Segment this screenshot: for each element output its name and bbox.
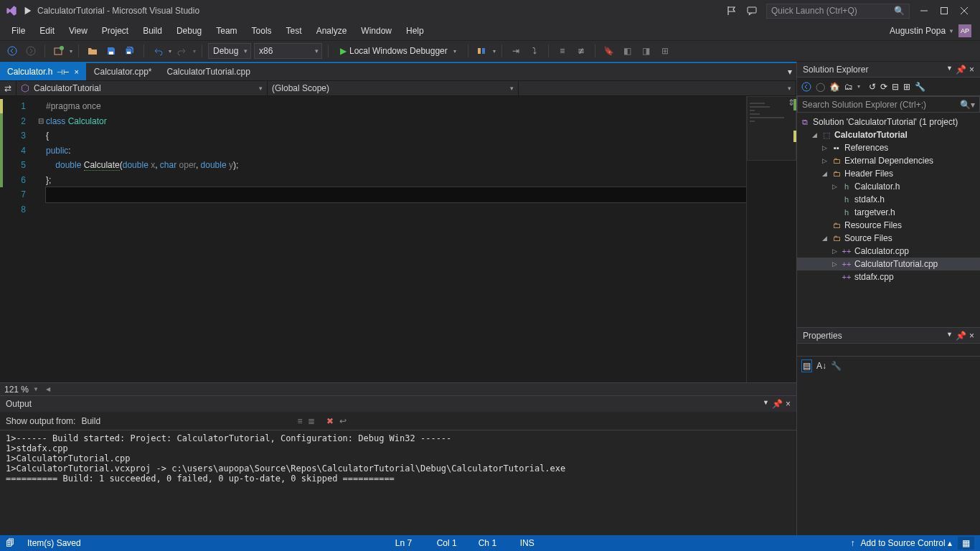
dropdown-icon[interactable]: ▼ bbox=[946, 65, 953, 75]
nav-switch-icon[interactable]: ⇄ bbox=[0, 81, 17, 95]
tree-project[interactable]: ◢ ⬚ CalculatorTutorial bbox=[797, 128, 980, 141]
menu-edit[interactable]: Edit bbox=[32, 23, 62, 39]
wrench-icon[interactable]: 🔧 bbox=[831, 361, 842, 371]
categorized-icon[interactable]: ▤ bbox=[801, 359, 812, 372]
menu-window[interactable]: Window bbox=[354, 23, 399, 39]
chevron-down-icon[interactable]: ▼ bbox=[33, 386, 39, 392]
step-into-button[interactable]: ⇥ bbox=[508, 43, 524, 59]
source-control-button[interactable]: Add to Source Control ▴ bbox=[861, 538, 952, 548]
output-tb-icon[interactable]: ≣ bbox=[308, 416, 315, 426]
properties-icon[interactable]: 🔧 bbox=[915, 82, 925, 92]
maximize-button[interactable] bbox=[934, 3, 954, 19]
dropdown-icon[interactable]: ▼ bbox=[946, 331, 953, 341]
close-icon[interactable]: × bbox=[969, 65, 974, 75]
minimap[interactable]: ⇕ bbox=[746, 96, 796, 382]
nav-project-combo[interactable]: CalculatorTutorial bbox=[17, 81, 268, 95]
chevron-right-icon[interactable]: ▷ bbox=[830, 260, 839, 268]
uncomment-button[interactable]: ≢ bbox=[573, 43, 589, 59]
dropdown-icon[interactable]: ▼ bbox=[763, 399, 769, 409]
tree-source-files[interactable]: ◢ 🗀 Source Files bbox=[797, 232, 980, 245]
nav-scope-combo[interactable]: (Global Scope) bbox=[268, 81, 519, 95]
close-button[interactable] bbox=[954, 3, 974, 19]
chevron-right-icon[interactable]: ▷ bbox=[820, 144, 829, 151]
code-editor[interactable]: 12345678 ⊟ #pragma onceclass Calculator{… bbox=[0, 96, 746, 382]
back-button[interactable] bbox=[4, 43, 20, 59]
comment-button[interactable]: ≡ bbox=[555, 43, 570, 59]
close-icon[interactable]: × bbox=[786, 399, 791, 409]
menu-build[interactable]: Build bbox=[136, 23, 169, 39]
home-icon[interactable]: 🏠 bbox=[829, 82, 840, 92]
chevron-right-icon[interactable]: ▷ bbox=[830, 183, 839, 190]
bookmark-button[interactable]: 🔖 bbox=[601, 43, 617, 59]
platform-combo[interactable]: x86 bbox=[254, 43, 322, 59]
menu-analyze[interactable]: Analyze bbox=[309, 23, 354, 39]
user-name[interactable]: Augustin Popa bbox=[890, 26, 946, 36]
pin-icon[interactable]: 📌 bbox=[956, 65, 966, 75]
user-avatar[interactable]: AP bbox=[958, 24, 971, 37]
sync-icon[interactable]: ↺ bbox=[869, 82, 876, 92]
nav-member-combo[interactable] bbox=[519, 81, 796, 95]
feedback-icon[interactable] bbox=[746, 5, 758, 17]
menu-test[interactable]: Test bbox=[279, 23, 309, 39]
forward-button[interactable] bbox=[23, 43, 39, 59]
clear-output-icon[interactable]: ✖ bbox=[326, 416, 334, 426]
scroll-left-icon[interactable]: ◀ bbox=[46, 386, 50, 392]
tab-calculator-cpp[interactable]: Calculator.cpp* bbox=[87, 63, 160, 80]
open-file-button[interactable] bbox=[85, 43, 100, 59]
tree-resource-files[interactable]: 🗀 Resource Files bbox=[797, 219, 980, 232]
chevron-down-icon[interactable]: ◢ bbox=[820, 170, 829, 177]
menu-debug[interactable]: Debug bbox=[169, 23, 209, 39]
tb-icon-3[interactable]: ⊞ bbox=[657, 43, 673, 59]
tree-external-deps[interactable]: ▷ 🗀 External Dependencies bbox=[797, 154, 980, 167]
tree-tutorial-cpp[interactable]: ▷ ++ CalculatorTutorial.cpp bbox=[797, 258, 980, 270]
output-from-combo[interactable]: Build bbox=[81, 416, 286, 426]
menu-view[interactable]: View bbox=[62, 23, 95, 39]
close-icon[interactable]: × bbox=[74, 67, 78, 76]
start-debugging-button[interactable]: ▶ Local Windows Debugger ▾ bbox=[334, 43, 462, 59]
menu-help[interactable]: Help bbox=[399, 23, 431, 39]
fold-gutter[interactable]: ⊟ bbox=[36, 96, 46, 382]
flag-icon[interactable] bbox=[726, 5, 738, 17]
alphabetical-icon[interactable]: A↓ bbox=[816, 361, 826, 371]
tb-icon-1[interactable]: ◧ bbox=[620, 43, 636, 59]
menu-team[interactable]: Team bbox=[209, 23, 244, 39]
tree-targetver-h[interactable]: h targetver.h bbox=[797, 206, 980, 219]
collapse-icon[interactable]: ⊟ bbox=[892, 82, 899, 92]
pin-icon[interactable]: 📌 bbox=[956, 331, 966, 341]
undo-button[interactable] bbox=[150, 43, 166, 59]
pin-icon[interactable]: ⊣⊢ bbox=[57, 68, 70, 76]
save-all-button[interactable] bbox=[122, 43, 138, 59]
chevron-down-icon[interactable]: ◢ bbox=[820, 235, 829, 242]
chevron-right-icon[interactable]: ▷ bbox=[820, 157, 829, 164]
quick-launch-input[interactable]: Quick Launch (Ctrl+Q) 🔍 bbox=[766, 4, 910, 19]
tree-calculator-h[interactable]: ▷ h Calculator.h bbox=[797, 180, 980, 193]
forward-icon[interactable]: ◯ bbox=[816, 82, 825, 92]
tree-header-files[interactable]: ◢ 🗀 Header Files bbox=[797, 167, 980, 180]
tree-references[interactable]: ▷ ▪▪ References bbox=[797, 141, 980, 154]
solution-tree[interactable]: ⧉ Solution 'CalculatorTutorial' (1 proje… bbox=[797, 113, 980, 327]
config-combo[interactable]: Debug bbox=[208, 43, 251, 59]
show-all-icon[interactable]: ⊞ bbox=[903, 82, 910, 92]
chevron-right-icon[interactable]: ▷ bbox=[830, 248, 839, 255]
tree-calculator-cpp[interactable]: ▷ ++ Calculator.cpp bbox=[797, 245, 980, 258]
solution-search-input[interactable]: Search Solution Explorer (Ctrl+;) 🔍▾ bbox=[797, 96, 980, 113]
pin-icon[interactable]: 📌 bbox=[772, 399, 783, 409]
close-icon[interactable]: × bbox=[969, 331, 974, 341]
menu-project[interactable]: Project bbox=[95, 23, 136, 39]
chevron-down-icon[interactable]: ▼ bbox=[948, 28, 954, 34]
chevron-down-icon[interactable]: ◢ bbox=[810, 131, 819, 138]
toggle-wrap-icon[interactable]: ↩ bbox=[339, 416, 347, 426]
menu-file[interactable]: File bbox=[4, 23, 32, 39]
step-over-button[interactable]: ⤵ bbox=[527, 43, 542, 59]
back-icon[interactable] bbox=[801, 82, 811, 92]
tabs-overflow-icon[interactable]: ▾ bbox=[788, 67, 792, 77]
tab-tutorial-cpp[interactable]: CalculatorTutorial.cpp bbox=[160, 63, 258, 80]
tree-stdafx-h[interactable]: h stdafx.h bbox=[797, 193, 980, 206]
publish-icon[interactable]: ↑ bbox=[851, 538, 855, 548]
tb-icon-2[interactable]: ◨ bbox=[639, 43, 654, 59]
zoom-level[interactable]: 121 % bbox=[4, 385, 29, 395]
tab-calculator-h[interactable]: Calculator.h ⊣⊢ × bbox=[0, 63, 87, 80]
save-button[interactable] bbox=[103, 43, 119, 59]
output-tb-icon[interactable]: ≡ bbox=[297, 416, 302, 426]
tree-solution-root[interactable]: ⧉ Solution 'CalculatorTutorial' (1 proje… bbox=[797, 116, 980, 128]
